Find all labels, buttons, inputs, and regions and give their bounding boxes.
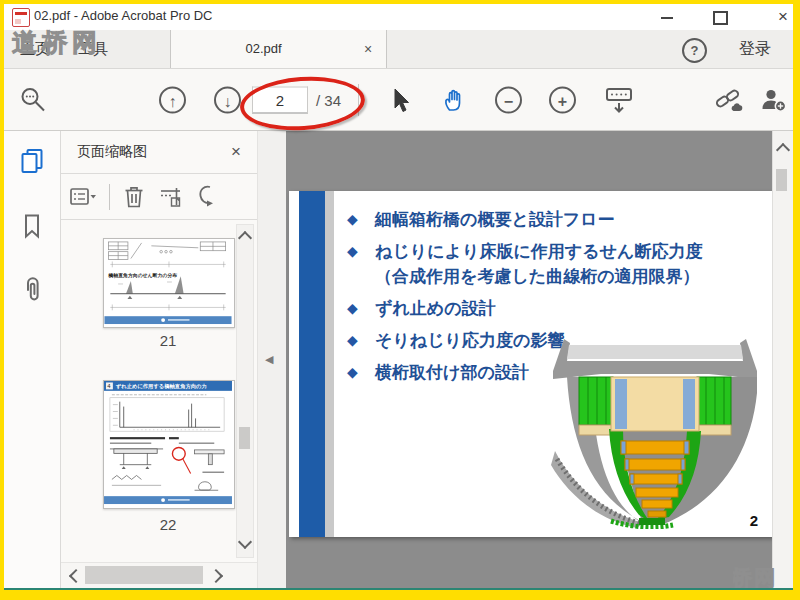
minimize-button[interactable] — [654, 7, 680, 27]
page-thumbnails-icon[interactable] — [18, 147, 46, 175]
bookmarks-icon[interactable] — [20, 213, 44, 239]
thumb22-header: ずれ止めに作用する橋軸直角方向の力 — [116, 383, 207, 390]
bullet-line1: ねじりにより床版に作用するせん断応力度 — [375, 242, 702, 261]
panel-scroll-down-icon[interactable] — [238, 535, 252, 549]
panel-hscrollbar-thumb[interactable] — [85, 566, 203, 584]
bullet-line2: （合成作用を考慮した曲線桁の適用限界） — [375, 267, 700, 286]
document-tab[interactable]: 02.pdf × — [170, 30, 387, 68]
delete-pages-icon[interactable] — [122, 184, 146, 209]
pdf-page: ◆ 細幅箱桁橋の概要と設計フロー ◆ ねじりにより床版に作用するせん断応力度 （… — [289, 191, 772, 537]
bullet-diamond-icon: ◆ — [347, 360, 375, 385]
collapse-panel-icon[interactable]: ◀ — [265, 353, 273, 366]
hand-tool-icon[interactable] — [441, 87, 467, 113]
panel-scroll-right-icon[interactable] — [209, 569, 223, 583]
slide-blue-bar — [299, 191, 325, 537]
zoom-in-button[interactable]: + — [549, 86, 576, 113]
bullet-diamond-icon: ◆ — [347, 328, 375, 353]
thumbnail-list: 橋軸直角方向のせん断力の分布 21 — [61, 220, 257, 562]
watermark-bottom-right: 道桥网 — [733, 564, 777, 588]
panel-toolbar — [61, 174, 257, 220]
bullet-diamond-icon: ◆ — [347, 296, 375, 321]
panel-scroll-left-icon[interactable] — [69, 569, 83, 583]
bullet-row: ◆ ずれ止めの設計 — [347, 296, 752, 321]
share-link-icon[interactable] — [714, 87, 746, 113]
next-page-button[interactable]: ↓ — [214, 86, 241, 113]
bullet-text: ねじりにより床版に作用するせん断応力度 （合成作用を考慮した曲線桁の適用限界） — [375, 239, 702, 289]
panel-horizontal-scrollbar[interactable] — [61, 562, 257, 588]
panel-header: 页面缩略图 × — [61, 131, 257, 174]
bullet-row: ◆ ねじりにより床版に作用するせん断応力度 （合成作用を考慮した曲線桁の適用限界… — [347, 239, 752, 289]
tab-bar: 主页 工具 02.pdf × ? 登录 — [4, 30, 793, 69]
share-person-icon[interactable] — [760, 87, 787, 113]
zoom-out-button[interactable]: − — [495, 86, 522, 113]
bullet-text: 細幅箱桁橋の概要と設計フロー — [375, 207, 615, 232]
main-toolbar: ↑ ↓ / 34 − + — [4, 69, 793, 131]
bullet-row: ◆ 細幅箱桁橋の概要と設計フロー — [347, 207, 752, 232]
document-tab-close-icon[interactable]: × — [358, 39, 378, 59]
attachments-icon[interactable] — [19, 275, 45, 305]
help-icon[interactable]: ? — [682, 38, 707, 63]
panel-vertical-scrollbar[interactable] — [236, 224, 254, 558]
sign-in-button[interactable]: 登录 — [739, 30, 771, 68]
document-scroll-up-icon[interactable] — [776, 143, 790, 157]
bullet-text: 横桁取付け部の設計 — [375, 360, 529, 385]
thumbnail-page-22-label: 22 — [103, 516, 233, 533]
thumbnail-page-21[interactable]: 橋軸直角方向のせん断力の分布 — [103, 238, 235, 328]
thumbnail-options-icon[interactable] — [69, 186, 97, 208]
maximize-icon — [713, 11, 728, 25]
maximize-button[interactable] — [707, 7, 733, 27]
panel-divider[interactable]: ◀ — [257, 131, 286, 588]
close-window-button[interactable]: × — [770, 7, 796, 27]
panel-close-icon[interactable]: × — [225, 142, 247, 162]
bullet-diamond-icon: ◆ — [347, 207, 375, 232]
page-thumbnails-panel: 页面缩略图 × — [61, 131, 257, 588]
acrobat-window: 02.pdf - Adobe Acrobat Pro DC × 道桥网 主页 工… — [4, 4, 793, 590]
bullet-text: ずれ止めの設計 — [375, 296, 496, 321]
panel-toolbar-separator — [109, 184, 110, 210]
panel-title: 页面缩略图 — [77, 143, 147, 161]
crop-pages-icon[interactable] — [158, 185, 184, 209]
rotate-pages-icon[interactable] — [196, 184, 214, 209]
window-title: 02.pdf - Adobe Acrobat Pro DC — [34, 8, 213, 23]
bullet-diamond-icon: ◆ — [347, 239, 375, 289]
navigation-rail — [4, 131, 61, 588]
red-ellipse-annotation — [238, 73, 366, 135]
tab-tools[interactable]: 工具 — [78, 30, 108, 68]
select-tool-icon[interactable] — [388, 87, 412, 113]
slide-gray-bar — [325, 191, 334, 537]
page-fit-dropdown-icon[interactable] — [604, 86, 634, 114]
slide-page-number: 2 — [750, 512, 758, 529]
panel-scroll-up-icon[interactable] — [238, 231, 252, 245]
thumb21-caption: 橋軸直角方向のせん断力の分布 — [107, 272, 177, 279]
previous-page-button[interactable]: ↑ — [159, 86, 186, 113]
minimize-icon — [661, 17, 673, 19]
document-scrollbar[interactable] — [772, 131, 793, 588]
document-scrollbar-thumb[interactable] — [776, 169, 787, 191]
document-tab-label: 02.pdf — [171, 30, 356, 68]
bullet-text: そりねじり応力度の影響 — [375, 328, 564, 353]
tab-home[interactable]: 主页 — [20, 30, 50, 68]
bridge-3d-illustration — [551, 333, 761, 529]
document-view: ◆ 細幅箱桁橋の概要と設計フロー ◆ ねじりにより床版に作用するせん断応力度 （… — [286, 131, 793, 588]
title-bar: 02.pdf - Adobe Acrobat Pro DC × — [4, 4, 793, 30]
thumbnail-page-21-label: 21 — [103, 332, 233, 349]
thumbnail-page-22[interactable]: 4 ずれ止めに作用する橋軸直角方向の力 — [103, 380, 235, 509]
search-icon[interactable] — [20, 86, 47, 113]
panel-scrollbar-thumb[interactable] — [239, 427, 250, 449]
acrobat-app-icon — [12, 8, 30, 27]
